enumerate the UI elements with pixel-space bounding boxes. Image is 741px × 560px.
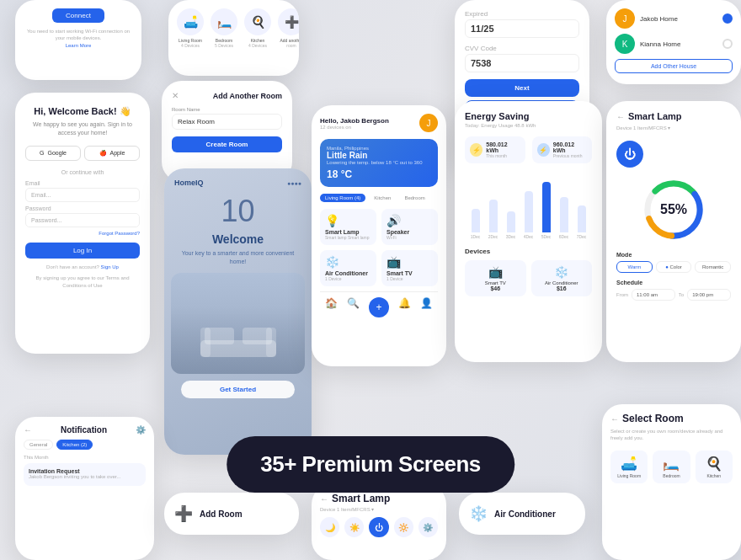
energy-device-tv[interactable]: 📺 Smart TV $46 bbox=[465, 260, 526, 296]
lamp-bottom-header: ← Smart Lamp bbox=[320, 493, 438, 504]
device-lamp[interactable]: 💡 Smart Lamp Smart lamp Smart lamp bbox=[320, 209, 376, 245]
tag-general[interactable]: General bbox=[24, 440, 53, 450]
room-name-input[interactable]: Relax Room bbox=[172, 114, 282, 130]
bar-label-4: 5Dec bbox=[541, 234, 552, 239]
tab-living-room[interactable]: Living Room (4) bbox=[320, 194, 365, 202]
login-button[interactable]: Log In bbox=[25, 243, 140, 259]
user-info: Hello, Jakob Bergson 12 devices on bbox=[320, 117, 389, 130]
login-card: Hi, Welcome Back! 👋 We happy to see you … bbox=[15, 93, 150, 354]
device-speaker[interactable]: 🔊 Speaker Wi-Fi bbox=[381, 209, 438, 245]
select-kitchen[interactable]: 🍳 Kitchen bbox=[696, 451, 733, 483]
lamp-name: Smart Lamp bbox=[325, 229, 371, 235]
rooms-card: 🛋️ Living Room 4 Devices 🛏️ Bedroom 5 De… bbox=[168, 0, 299, 76]
mode-warm[interactable]: Warm bbox=[616, 261, 653, 273]
main-canvas: Connect You need to start working Wi-Fi … bbox=[0, 0, 741, 560]
mode-romantic[interactable]: Romantic bbox=[695, 261, 731, 273]
google-button[interactable]: G Google bbox=[25, 146, 81, 161]
select-bedroom[interactable]: 🛏️ Bedroom bbox=[653, 451, 690, 483]
bar-1 bbox=[489, 200, 498, 232]
select-living-room[interactable]: 🛋️ Living Room bbox=[610, 451, 648, 483]
device-ac[interactable]: ❄️ Air Conditioner 1 Device bbox=[320, 250, 376, 286]
nav-add-icon[interactable]: + bbox=[369, 297, 389, 317]
back-lamp-icon[interactable]: ← bbox=[320, 494, 328, 504]
ac-name: Air Conditioner bbox=[325, 270, 371, 276]
ctrl-power-icon[interactable]: ⏻ bbox=[369, 517, 388, 537]
schedule-time-row: From 11:00 am To 19:00 pm bbox=[616, 289, 731, 301]
room-living[interactable]: 🛋️ Living Room 4 Devices bbox=[177, 8, 204, 48]
devices-title: Devices bbox=[465, 248, 592, 255]
user-kianna-radio[interactable] bbox=[722, 39, 733, 49]
energy-title: Energy Saving bbox=[465, 111, 592, 121]
notif-invitation[interactable]: Invitation Request Jakob Bergson invitin… bbox=[24, 463, 146, 486]
add-room-count: room bbox=[286, 43, 296, 48]
learn-more-link[interactable]: Learn More bbox=[66, 43, 92, 48]
select-living-icon: 🛋️ bbox=[614, 456, 644, 472]
password-label: Password bbox=[25, 205, 140, 211]
back-arrow-icon[interactable]: ← bbox=[616, 112, 625, 121]
user-kianna[interactable]: K Kianna Home bbox=[615, 34, 733, 54]
cvv-value[interactable]: 7538 bbox=[465, 54, 579, 72]
back-notif-icon[interactable]: ← bbox=[24, 425, 32, 435]
forgot-password-link[interactable]: Forgot Password? bbox=[25, 231, 140, 236]
ctrl-moon-icon[interactable]: 🌙 bbox=[320, 517, 339, 537]
signup-link[interactable]: Sign Up bbox=[101, 264, 119, 269]
nav-home-icon[interactable]: 🏠 bbox=[325, 297, 338, 317]
password-input[interactable]: Password... bbox=[25, 213, 140, 227]
tab-bedroom[interactable]: Bedroom bbox=[399, 194, 429, 202]
energy-card: Energy Saving Today: Energy Usage 48.8 k… bbox=[455, 101, 602, 362]
connect-button[interactable]: Connect bbox=[52, 8, 104, 23]
notification-card: ← Notification ⚙️ General Kitchen (2) Th… bbox=[15, 417, 154, 560]
login-subtitle: We happy to see you again. Sign in to ac… bbox=[25, 120, 140, 137]
next-button[interactable]: Next bbox=[465, 79, 579, 97]
signup-text: Don't have an account? Sign Up bbox=[25, 264, 140, 271]
bar-4 bbox=[542, 182, 551, 232]
room-kitchen[interactable]: 🍳 Kitchen 4 Devices bbox=[244, 8, 271, 48]
from-time-input[interactable]: 11:00 am bbox=[632, 289, 675, 301]
ctrl-settings-icon[interactable]: ⚙️ bbox=[418, 517, 438, 537]
get-started-button[interactable]: Get Started bbox=[181, 381, 295, 398]
create-room-button[interactable]: Create Room bbox=[172, 136, 282, 152]
home-welcome-text: Welcome bbox=[164, 232, 312, 246]
back-room-icon[interactable]: ← bbox=[610, 414, 619, 424]
expired-value[interactable]: 11/25 bbox=[465, 19, 579, 38]
schedule-section: Schedule From 11:00 am To 19:00 pm bbox=[616, 280, 731, 301]
nav-search-icon[interactable]: 🔍 bbox=[347, 297, 360, 317]
ctrl-brightness-icon[interactable]: 🔆 bbox=[394, 517, 413, 537]
kitchen-icon: 🍳 bbox=[244, 8, 271, 35]
energy-device-ac[interactable]: ❄️ Air Conditioner $16 bbox=[531, 260, 593, 296]
weather-description: Lowering the temp. below 18 °C out to 36… bbox=[327, 160, 431, 165]
modal-header: ✕ Add Another Room bbox=[172, 91, 282, 100]
tab-kitchen[interactable]: Kitchen bbox=[369, 194, 396, 202]
mode-color[interactable]: ● Color bbox=[656, 261, 692, 273]
email-input[interactable]: Email... bbox=[25, 188, 140, 202]
user-jakob[interactable]: J Jakob Home bbox=[615, 8, 733, 29]
ac-bottom-label[interactable]: Air Conditioner bbox=[494, 509, 556, 519]
to-time-input[interactable]: 19:00 pm bbox=[687, 289, 731, 301]
or-divider: Or continue with bbox=[25, 169, 140, 175]
add-house-button[interactable]: Add Other House bbox=[615, 59, 733, 73]
nav-bell-icon[interactable]: 🔔 bbox=[398, 297, 411, 317]
room-bedroom[interactable]: 🛏️ Bedroom 5 Devices bbox=[211, 8, 237, 48]
device-tv[interactable]: 📺 Smart TV 1 Device bbox=[381, 250, 438, 286]
user-jakob-radio[interactable] bbox=[722, 13, 733, 24]
bedroom-count: 5 Devices bbox=[215, 43, 233, 48]
nav-user-icon[interactable]: 👤 bbox=[420, 297, 433, 317]
ctrl-sun-icon[interactable]: ☀️ bbox=[344, 517, 364, 537]
google-icon: G bbox=[40, 150, 44, 156]
prev-month-value: 960.012 kWh bbox=[553, 141, 587, 153]
cvv-label: CVV Code bbox=[465, 45, 579, 52]
select-kitchen-name: Kitchen bbox=[699, 473, 729, 478]
apple-button[interactable]: 🍎 Apple bbox=[84, 146, 140, 161]
settings-icon[interactable]: ⚙️ bbox=[136, 425, 146, 435]
close-icon[interactable]: ✕ bbox=[172, 91, 179, 100]
bar-label-0: 1Dec bbox=[471, 234, 481, 239]
lamp-sub: Smart lamp Smart lamp bbox=[325, 235, 371, 240]
room-add[interactable]: ➕ Add another room bbox=[278, 8, 299, 48]
tag-kitchen[interactable]: Kitchen (2) bbox=[56, 440, 93, 450]
energy-chart: 1Dec2Dec3Dec4Dec5Dec6Dec7Dec bbox=[465, 172, 592, 239]
this-month-value: 580.012 kWh bbox=[486, 141, 520, 153]
expired-label: Expired bbox=[465, 10, 579, 18]
power-button[interactable]: ⏻ bbox=[616, 141, 643, 168]
chart-bar-3: 4Dec bbox=[521, 172, 536, 239]
add-room-label[interactable]: Add Room bbox=[200, 509, 243, 519]
